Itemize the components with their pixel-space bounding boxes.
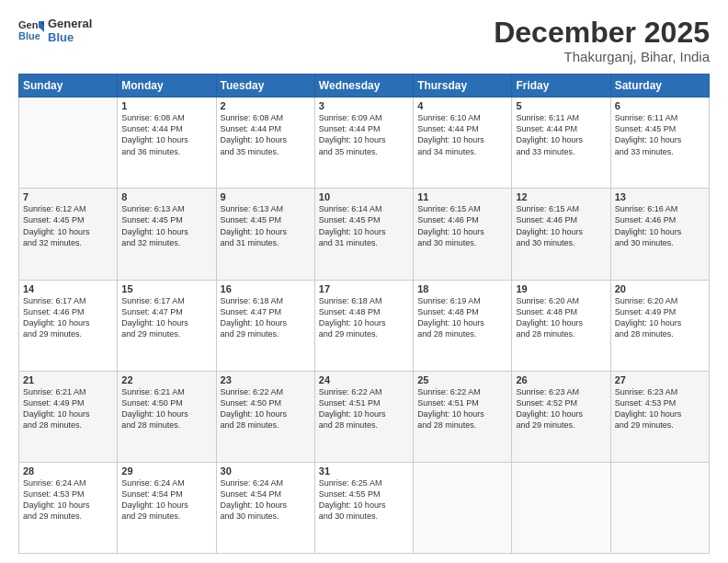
calendar-cell: 10Sunrise: 6:14 AMSunset: 4:45 PMDayligh… bbox=[314, 189, 413, 280]
calendar-cell: 11Sunrise: 6:15 AMSunset: 4:46 PMDayligh… bbox=[414, 189, 512, 280]
day-number: 9 bbox=[221, 191, 311, 202]
location: Thakurganj, Bihar, India bbox=[494, 49, 710, 64]
svg-text:Blue: Blue bbox=[18, 30, 40, 41]
calendar-cell: 13Sunrise: 6:16 AMSunset: 4:46 PMDayligh… bbox=[610, 189, 709, 280]
calendar-cell bbox=[414, 462, 512, 553]
day-number: 26 bbox=[516, 374, 606, 385]
day-info: Sunrise: 6:21 AMSunset: 4:50 PMDaylight:… bbox=[121, 386, 211, 431]
day-number: 15 bbox=[121, 283, 211, 294]
calendar-cell: 31Sunrise: 6:25 AMSunset: 4:55 PMDayligh… bbox=[314, 462, 413, 553]
day-number: 5 bbox=[516, 100, 606, 111]
day-info: Sunrise: 6:15 AMSunset: 4:46 PMDaylight:… bbox=[516, 203, 606, 248]
calendar-cell bbox=[19, 98, 118, 189]
calendar-cell: 28Sunrise: 6:24 AMSunset: 4:53 PMDayligh… bbox=[19, 462, 118, 553]
day-number: 25 bbox=[417, 374, 507, 385]
calendar-week-row: 14Sunrise: 6:17 AMSunset: 4:46 PMDayligh… bbox=[19, 280, 710, 371]
calendar-cell: 7Sunrise: 6:12 AMSunset: 4:45 PMDaylight… bbox=[19, 189, 118, 280]
day-info: Sunrise: 6:24 AMSunset: 4:54 PMDaylight:… bbox=[121, 477, 211, 523]
calendar-cell: 23Sunrise: 6:22 AMSunset: 4:50 PMDayligh… bbox=[216, 371, 314, 462]
day-info: Sunrise: 6:13 AMSunset: 4:45 PMDaylight:… bbox=[221, 203, 311, 248]
calendar-cell: 17Sunrise: 6:18 AMSunset: 4:48 PMDayligh… bbox=[314, 280, 413, 371]
day-info: Sunrise: 6:22 AMSunset: 4:51 PMDaylight:… bbox=[319, 386, 409, 431]
calendar-cell: 8Sunrise: 6:13 AMSunset: 4:45 PMDaylight… bbox=[118, 189, 216, 280]
day-info: Sunrise: 6:23 AMSunset: 4:53 PMDaylight:… bbox=[615, 386, 705, 431]
page: General Blue General Blue December 2025 … bbox=[0, 0, 728, 563]
calendar-cell bbox=[512, 462, 610, 553]
day-number: 22 bbox=[121, 374, 211, 385]
col-header-tuesday: Tuesday bbox=[216, 75, 314, 98]
calendar-week-row: 1Sunrise: 6:08 AMSunset: 4:44 PMDaylight… bbox=[19, 98, 710, 189]
day-info: Sunrise: 6:13 AMSunset: 4:45 PMDaylight:… bbox=[121, 203, 211, 248]
day-info: Sunrise: 6:24 AMSunset: 4:54 PMDaylight:… bbox=[221, 477, 311, 523]
day-info: Sunrise: 6:17 AMSunset: 4:47 PMDaylight:… bbox=[121, 295, 211, 340]
day-info: Sunrise: 6:10 AMSunset: 4:44 PMDaylight:… bbox=[417, 112, 507, 157]
day-info: Sunrise: 6:12 AMSunset: 4:45 PMDaylight:… bbox=[23, 203, 113, 248]
day-info: Sunrise: 6:20 AMSunset: 4:48 PMDaylight:… bbox=[516, 295, 606, 340]
calendar-cell: 21Sunrise: 6:21 AMSunset: 4:49 PMDayligh… bbox=[19, 371, 118, 462]
day-info: Sunrise: 6:22 AMSunset: 4:50 PMDaylight:… bbox=[221, 386, 311, 431]
col-header-sunday: Sunday bbox=[19, 75, 118, 98]
calendar-cell: 19Sunrise: 6:20 AMSunset: 4:48 PMDayligh… bbox=[512, 280, 610, 371]
day-info: Sunrise: 6:11 AMSunset: 4:44 PMDaylight:… bbox=[516, 112, 606, 157]
day-number: 16 bbox=[221, 283, 311, 294]
col-header-thursday: Thursday bbox=[414, 75, 512, 98]
calendar-week-row: 21Sunrise: 6:21 AMSunset: 4:49 PMDayligh… bbox=[19, 371, 710, 462]
day-info: Sunrise: 6:08 AMSunset: 4:44 PMDaylight:… bbox=[221, 112, 311, 157]
day-info: Sunrise: 6:15 AMSunset: 4:46 PMDaylight:… bbox=[417, 203, 507, 248]
calendar-cell: 18Sunrise: 6:19 AMSunset: 4:48 PMDayligh… bbox=[414, 280, 512, 371]
calendar-cell: 29Sunrise: 6:24 AMSunset: 4:54 PMDayligh… bbox=[118, 462, 216, 553]
day-number: 28 bbox=[23, 465, 113, 477]
calendar-cell: 25Sunrise: 6:22 AMSunset: 4:51 PMDayligh… bbox=[414, 371, 512, 462]
day-number: 14 bbox=[23, 283, 113, 294]
logo-blue: Blue bbox=[48, 30, 92, 44]
day-info: Sunrise: 6:14 AMSunset: 4:45 PMDaylight:… bbox=[319, 203, 409, 248]
day-number: 8 bbox=[121, 191, 211, 202]
logo-general: General bbox=[48, 17, 92, 30]
day-number: 18 bbox=[417, 283, 507, 294]
calendar-cell: 20Sunrise: 6:20 AMSunset: 4:49 PMDayligh… bbox=[610, 280, 709, 371]
day-number: 19 bbox=[516, 283, 606, 294]
day-number: 30 bbox=[221, 465, 311, 477]
col-header-monday: Monday bbox=[118, 75, 216, 98]
header: General Blue General Blue December 2025 … bbox=[18, 17, 710, 64]
calendar-cell: 24Sunrise: 6:22 AMSunset: 4:51 PMDayligh… bbox=[314, 371, 413, 462]
day-number: 4 bbox=[417, 100, 507, 111]
day-number: 23 bbox=[221, 374, 311, 385]
day-info: Sunrise: 6:16 AMSunset: 4:46 PMDaylight:… bbox=[615, 203, 705, 248]
calendar-cell: 1Sunrise: 6:08 AMSunset: 4:44 PMDaylight… bbox=[118, 98, 216, 189]
day-info: Sunrise: 6:08 AMSunset: 4:44 PMDaylight:… bbox=[121, 112, 211, 157]
day-number: 27 bbox=[615, 374, 705, 385]
day-number: 12 bbox=[516, 191, 606, 202]
day-number: 2 bbox=[221, 100, 311, 111]
day-info: Sunrise: 6:21 AMSunset: 4:49 PMDaylight:… bbox=[23, 386, 113, 431]
day-info: Sunrise: 6:11 AMSunset: 4:45 PMDaylight:… bbox=[615, 112, 705, 157]
day-info: Sunrise: 6:18 AMSunset: 4:48 PMDaylight:… bbox=[319, 295, 409, 340]
day-info: Sunrise: 6:23 AMSunset: 4:52 PMDaylight:… bbox=[516, 386, 606, 431]
logo-icon: General Blue bbox=[18, 17, 44, 43]
calendar-table: SundayMondayTuesdayWednesdayThursdayFrid… bbox=[18, 74, 710, 554]
col-header-wednesday: Wednesday bbox=[314, 75, 413, 98]
col-header-saturday: Saturday bbox=[610, 75, 709, 98]
calendar-cell: 9Sunrise: 6:13 AMSunset: 4:45 PMDaylight… bbox=[216, 189, 314, 280]
calendar-week-row: 28Sunrise: 6:24 AMSunset: 4:53 PMDayligh… bbox=[19, 462, 710, 553]
day-info: Sunrise: 6:18 AMSunset: 4:47 PMDaylight:… bbox=[221, 295, 311, 340]
day-info: Sunrise: 6:19 AMSunset: 4:48 PMDaylight:… bbox=[417, 295, 507, 340]
day-number: 6 bbox=[615, 100, 705, 111]
calendar-cell: 30Sunrise: 6:24 AMSunset: 4:54 PMDayligh… bbox=[216, 462, 314, 553]
title-block: December 2025 Thakurganj, Bihar, India bbox=[494, 17, 710, 64]
day-number: 21 bbox=[23, 374, 113, 385]
day-number: 31 bbox=[319, 465, 409, 477]
day-number: 20 bbox=[615, 283, 705, 294]
calendar-cell: 3Sunrise: 6:09 AMSunset: 4:44 PMDaylight… bbox=[314, 98, 413, 189]
calendar-cell: 16Sunrise: 6:18 AMSunset: 4:47 PMDayligh… bbox=[216, 280, 314, 371]
calendar-cell bbox=[610, 462, 709, 553]
day-number: 10 bbox=[319, 191, 409, 202]
calendar-cell: 14Sunrise: 6:17 AMSunset: 4:46 PMDayligh… bbox=[19, 280, 118, 371]
calendar-cell: 27Sunrise: 6:23 AMSunset: 4:53 PMDayligh… bbox=[610, 371, 709, 462]
day-number: 29 bbox=[121, 465, 211, 477]
day-info: Sunrise: 6:24 AMSunset: 4:53 PMDaylight:… bbox=[23, 477, 113, 523]
day-number: 7 bbox=[23, 191, 113, 202]
day-info: Sunrise: 6:17 AMSunset: 4:46 PMDaylight:… bbox=[23, 295, 113, 340]
day-number: 17 bbox=[319, 283, 409, 294]
calendar-week-row: 7Sunrise: 6:12 AMSunset: 4:45 PMDaylight… bbox=[19, 189, 710, 280]
